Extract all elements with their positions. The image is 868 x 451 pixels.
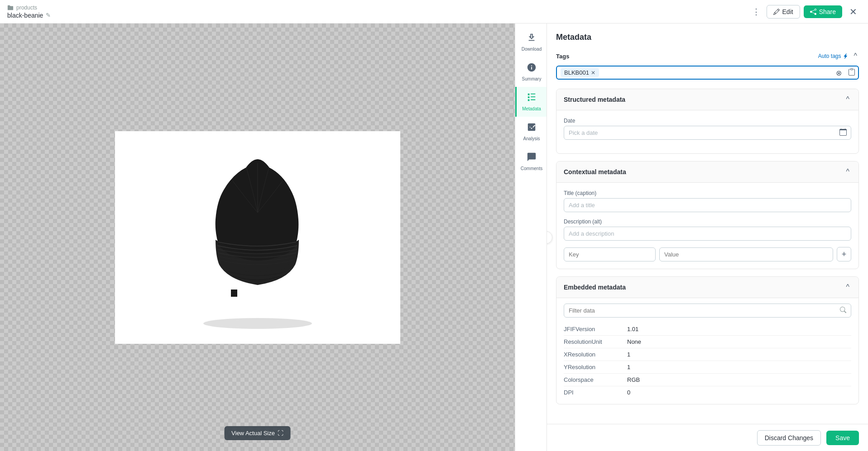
share-button[interactable]: Share (804, 5, 842, 18)
structured-metadata-header: Structured metadata ^ (556, 89, 858, 110)
meta-key-jfifversion: JFIFVersion (564, 326, 627, 332)
nav-item-analysis[interactable]: Analysis (515, 117, 547, 147)
tags-label: Tags (556, 53, 569, 60)
description-alt-input[interactable] (564, 227, 851, 241)
meta-row-colorspace: Colorspace RGB (564, 374, 851, 386)
meta-value-xresolution: 1 (627, 351, 630, 358)
tag-chip-value: BLKB001 (564, 69, 589, 76)
analysis-icon (527, 122, 537, 134)
search-icon (840, 307, 846, 314)
meta-value-colorspace: RGB (627, 376, 640, 383)
view-actual-size-button[interactable]: View Actual Size ⛶ (224, 426, 291, 440)
nav-item-summary[interactable]: Summary (515, 57, 547, 87)
lightning-icon (843, 53, 848, 59)
image-canvas: contentful (115, 131, 400, 344)
structured-body: Date (556, 110, 858, 153)
contextual-collapse-button[interactable]: ^ (844, 167, 851, 177)
filename-text: black-beanie (7, 12, 43, 19)
svg-text:contentful: contentful (247, 290, 278, 298)
key-input[interactable] (564, 247, 656, 261)
date-input-styled[interactable] (564, 126, 851, 140)
filename-row: black-beanie ✎ (7, 12, 51, 19)
edit-button-label: Edit (782, 8, 793, 15)
nav-metadata-label: Metadata (522, 106, 541, 111)
tag-input[interactable] (602, 69, 854, 76)
share-button-label: Share (819, 8, 836, 15)
collapse-panel-button[interactable]: ‹ (547, 231, 552, 244)
meta-value-jfifversion: 1.01 (627, 326, 638, 332)
meta-row-xresolution: XResolution 1 (564, 348, 851, 361)
date-label: Date (564, 118, 851, 124)
svg-point-0 (203, 318, 312, 329)
tags-collapse-button[interactable]: ^ (852, 51, 859, 61)
tag-chip-blkb001: BLKB001 ✕ (561, 68, 599, 77)
svg-rect-2 (231, 290, 237, 297)
fullscreen-icon: ⛶ (278, 430, 283, 437)
nav-comments-label: Comments (521, 166, 542, 171)
tag-copy-button[interactable] (848, 68, 855, 77)
meta-row-jfifversion: JFIFVersion 1.01 (564, 323, 851, 336)
nav-summary-label: Summary (522, 76, 542, 81)
tag-chip-remove-button[interactable]: ✕ (591, 70, 595, 76)
auto-tags-link[interactable]: Auto tags (818, 53, 849, 59)
nav-item-download[interactable]: Download (515, 27, 547, 57)
embedded-metadata-section: Embedded metadata ^ JFIFVersion 1.01 Re (556, 276, 859, 404)
title-field-row: Title (caption) (564, 190, 851, 212)
more-options-button[interactable]: ⋮ (749, 4, 763, 19)
download-icon (527, 33, 537, 45)
value-input[interactable] (659, 247, 833, 261)
title-caption-input[interactable] (564, 198, 851, 212)
more-icon: ⋮ (752, 7, 760, 17)
edit-icon (773, 9, 780, 15)
embedded-collapse-button[interactable]: ^ (844, 282, 851, 292)
close-button[interactable]: ✕ (846, 5, 861, 19)
embedded-metadata-label: Embedded metadata (564, 284, 626, 291)
nav-item-metadata[interactable]: Metadata (515, 87, 547, 117)
nav-item-comments[interactable]: Comments (515, 147, 547, 176)
sidebar: Download Summary Metadata Analysis (515, 24, 868, 451)
share-icon (810, 9, 816, 15)
contextual-metadata-label: Contextual metadata (564, 168, 626, 176)
main-content: contentful View Actual Size ⛶ Download S… (0, 24, 868, 451)
edit-button[interactable]: Edit (767, 5, 800, 19)
summary-icon (527, 62, 537, 75)
filter-row (564, 304, 851, 318)
metadata-panel: ‹ Metadata Tags Auto tags ^ BLKB001 ✕ (547, 24, 868, 451)
topbar-right: ⋮ Edit Share ✕ (749, 4, 861, 19)
description-field-label: Description (alt) (564, 218, 851, 225)
discard-changes-label: Discard Changes (765, 434, 813, 442)
auto-tags-label: Auto tags (818, 53, 841, 59)
meta-value-resolutionunit: None (627, 338, 641, 345)
structured-collapse-button[interactable]: ^ (844, 95, 851, 104)
structured-metadata-section: Structured metadata ^ Date (556, 89, 859, 154)
meta-row-dpi: DPI 0 (564, 386, 851, 399)
folder-icon (7, 5, 14, 11)
meta-row-resolutionunit: ResolutionUnit None (564, 336, 851, 348)
kv-row: + (564, 247, 851, 261)
copy-icon (848, 68, 855, 76)
add-kv-button[interactable]: + (837, 247, 851, 261)
nav-analysis-label: Analysis (523, 136, 540, 141)
tags-section-header: Tags Auto tags ^ (556, 51, 859, 61)
embedded-metadata-table: JFIFVersion 1.01 ResolutionUnit None XRe… (556, 323, 858, 404)
filter-input[interactable] (569, 307, 836, 314)
meta-key-resolutionunit: ResolutionUnit (564, 338, 627, 345)
structured-metadata-label: Structured metadata (564, 96, 625, 103)
save-label: Save (835, 434, 850, 442)
discard-changes-button[interactable]: Discard Changes (757, 430, 821, 446)
beanie-product-image: contentful (183, 142, 332, 332)
meta-key-xresolution: XResolution (564, 351, 627, 358)
save-button[interactable]: Save (826, 431, 859, 445)
tag-input-clear-button[interactable]: ⊗ (836, 68, 842, 77)
contextual-metadata-header: Contextual metadata ^ (556, 161, 858, 183)
view-actual-size-label: View Actual Size (231, 430, 275, 437)
meta-row-yresolution: YResolution 1 (564, 361, 851, 374)
comments-icon (527, 152, 537, 164)
nav-download-label: Download (522, 47, 542, 52)
metadata-icon (527, 92, 537, 104)
bottom-action-bar: Discard Changes Save (547, 424, 868, 451)
edit-filename-icon[interactable]: ✎ (46, 12, 51, 19)
breadcrumb-text: products (16, 5, 37, 11)
tag-input-container[interactable]: BLKB001 ✕ ⊗ (556, 66, 859, 80)
title-field-label: Title (caption) (564, 190, 851, 196)
